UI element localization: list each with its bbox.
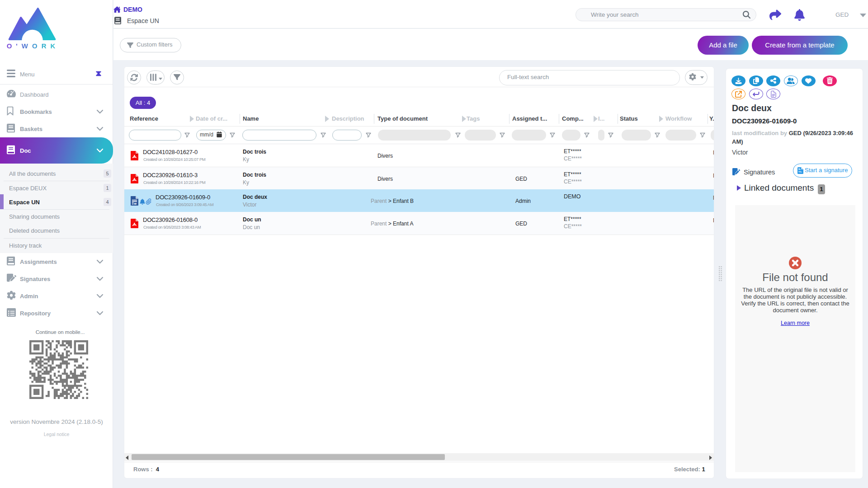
svg-text:w: w — [134, 202, 137, 205]
